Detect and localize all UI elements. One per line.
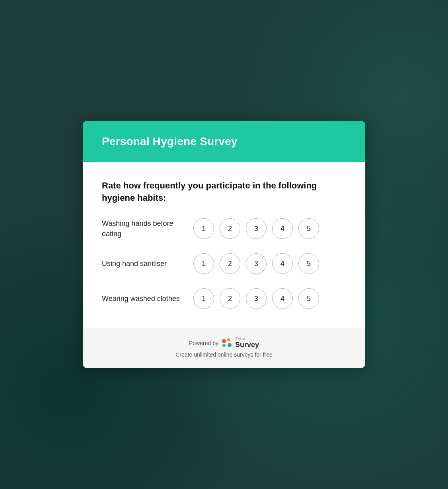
rating-btn-washing-hands-1[interactable]: 1 xyxy=(193,218,214,239)
svg-point-2 xyxy=(222,344,226,347)
rating-btn-washed-clothes-4[interactable]: 4 xyxy=(272,288,293,309)
svg-point-1 xyxy=(227,338,230,342)
rating-btn-washed-clothes-1[interactable]: 1 xyxy=(193,288,214,309)
rating-options-hand-sanitiser: 1 2 3 4 5 xyxy=(193,253,319,274)
rating-btn-hand-sanitiser-4[interactable]: 4 xyxy=(272,253,293,274)
rating-row-hand-sanitiser: Using hand sanitiser 1 2 3 4 5 xyxy=(102,253,346,274)
question-text: Rate how frequently you participate in t… xyxy=(102,180,346,204)
powered-by-row: Powered by Zoho Survey xyxy=(189,337,259,349)
footer-tagline: Create unlimited online surveys for free xyxy=(175,351,273,358)
card-header: Personal Hygiene Survey xyxy=(83,121,365,162)
rating-row-washed-clothes: Wearing washed clothes 1 2 3 4 5 xyxy=(102,288,346,309)
survey-card: Personal Hygiene Survey Rate how frequen… xyxy=(83,121,365,369)
rating-btn-washing-hands-5[interactable]: 5 xyxy=(298,218,319,239)
rating-btn-washing-hands-3[interactable]: 3 xyxy=(246,218,267,239)
rating-options-washed-clothes: 1 2 3 4 5 xyxy=(193,288,319,309)
rating-btn-hand-sanitiser-1[interactable]: 1 xyxy=(193,253,214,274)
powered-by-label: Powered by xyxy=(189,340,218,346)
svg-point-3 xyxy=(228,343,232,347)
survey-title: Personal Hygiene Survey xyxy=(102,135,346,148)
rating-label-washed-clothes: Wearing washed clothes xyxy=(102,293,193,304)
rating-btn-hand-sanitiser-2[interactable]: 2 xyxy=(220,253,240,274)
zoho-logo: Zoho Survey xyxy=(221,337,259,349)
rating-btn-washing-hands-4[interactable]: 4 xyxy=(272,218,293,239)
rating-btn-washed-clothes-3[interactable]: 3 xyxy=(246,288,267,309)
rating-label-washing-hands: Washing hands before eating xyxy=(102,218,193,239)
rating-label-hand-sanitiser: Using hand sanitiser xyxy=(102,258,193,269)
survey-brand-text: Survey xyxy=(235,341,259,349)
rating-btn-washing-hands-2[interactable]: 2 xyxy=(220,218,240,239)
card-body: Rate how frequently you participate in t… xyxy=(83,162,365,328)
rating-row-washing-hands: Washing hands before eating 1 2 3 4 5 xyxy=(102,218,346,239)
rating-btn-hand-sanitiser-5[interactable]: 5 xyxy=(298,253,319,274)
rating-btn-washed-clothes-2[interactable]: 2 xyxy=(220,288,240,309)
rating-options-washing-hands: 1 2 3 4 5 xyxy=(193,218,319,239)
rating-btn-hand-sanitiser-3[interactable]: 3 xyxy=(246,253,267,274)
card-footer: Powered by Zoho Survey Create unlimite xyxy=(83,328,365,368)
svg-point-0 xyxy=(222,339,226,343)
rating-btn-washed-clothes-5[interactable]: 5 xyxy=(298,288,319,309)
zoho-survey-icon xyxy=(221,338,234,348)
